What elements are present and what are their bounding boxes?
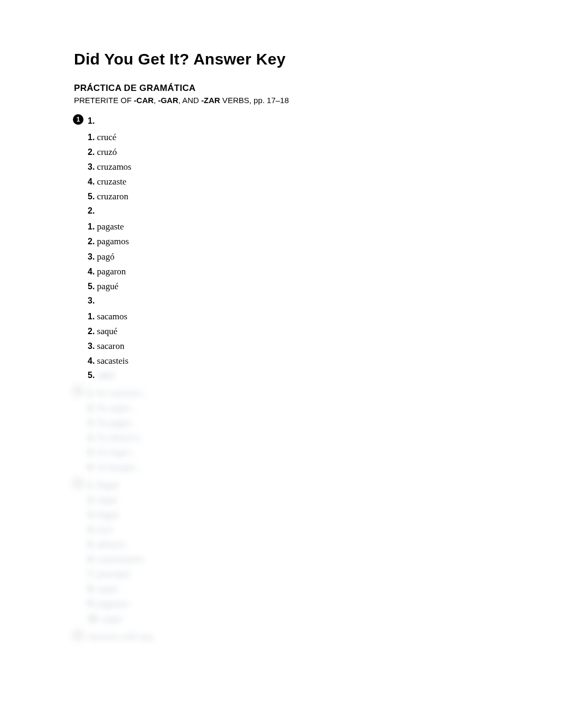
answer-num: 1.: [88, 312, 95, 321]
answer-line: 4. pagaron: [88, 264, 487, 279]
section-heading: PRÁCTICA DE GRAMÁTICA: [74, 83, 487, 94]
answer-num: 5.: [88, 282, 95, 291]
answer-text: pagamos: [97, 236, 129, 246]
exercise-3: 3 1. llegué 2. saqué 3. Pagué 4. tocó 5.…: [74, 478, 487, 626]
answer-num: 2.: [88, 327, 95, 336]
answer-line: 5. almorcé: [88, 537, 487, 552]
group-header: 2.: [88, 204, 487, 218]
answer-num: 3.: [88, 162, 95, 171]
answer-line: 1. Yo comencé...: [88, 386, 487, 401]
exercise-badge-1: 1: [73, 114, 83, 125]
answer-line: 1. llegué: [88, 478, 487, 493]
answer-num: 4.: [88, 177, 95, 186]
answer-text: sacaron: [97, 341, 125, 351]
answer-line: 3. Pagué: [88, 508, 487, 522]
answer-text: cruzaron: [97, 191, 128, 201]
answer-line: 5. Yo toqué...: [88, 445, 487, 460]
answer-text: pagaste: [97, 222, 124, 232]
answer-text: cruzaste: [97, 177, 127, 187]
answer-line: 1. crucé: [88, 130, 487, 145]
answer-line: 2. saqué: [88, 493, 487, 508]
exercise-badge-2: 2: [73, 386, 83, 397]
answer-line: 2. Yo saqué...: [88, 401, 487, 416]
desc-bold-car: -CAR: [134, 96, 154, 105]
answer-num: 4.: [88, 356, 95, 365]
answer-line: 4. Yo almorcé...: [88, 430, 487, 445]
answer-text: crucé: [97, 132, 117, 142]
desc-prefix: PRETERITE OF: [74, 96, 134, 105]
answer-line: 3. pagó: [88, 250, 487, 264]
answer-line: 5. cruzaron: [88, 189, 487, 204]
answer-line-partial: 5.sacó: [88, 368, 487, 382]
blurred-answer: sacó: [98, 368, 113, 382]
section-description: PRETERITE OF -CAR, -GAR, AND -ZAR VERBS,…: [74, 96, 487, 105]
answer-line: 8. saqué: [88, 582, 487, 596]
answer-line: 5. pagué: [88, 279, 487, 294]
answer-line: 2. saqué: [88, 324, 487, 339]
answer-num: 5.: [88, 192, 95, 201]
answer-line: 9. pagamos: [88, 596, 487, 611]
answer-num: 2.: [88, 148, 95, 156]
answer-line: 1. pagaste: [88, 219, 487, 234]
answer-line: 6. Yo busqué...: [88, 460, 487, 475]
answer-num: 2.: [88, 237, 95, 246]
desc-bold-gar: -GAR: [158, 96, 178, 105]
answer-line: 4. cruzaste: [88, 174, 487, 189]
answer-text: sacamos: [97, 311, 128, 321]
answer-line: 1. sacamos: [88, 309, 487, 324]
answer-line: 6. comenzamos: [88, 552, 487, 567]
desc-bold-zar: -ZAR: [201, 96, 220, 105]
answer-text: pagaron: [97, 266, 126, 277]
desc-sep2: , AND: [179, 96, 201, 105]
answer-line: 2. pagamos: [88, 234, 487, 249]
answer-line: 4. sacasteis: [88, 354, 487, 368]
desc-sep1: ,: [154, 96, 158, 105]
answer-line: Answers will vary.: [88, 630, 487, 644]
exercise-badge-4: 4: [73, 630, 83, 640]
answer-line: 2. cruzó: [88, 145, 487, 160]
blurred-hidden-content: 2 1. Yo comencé... 2. Yo saqué... 3. Yo …: [74, 386, 487, 644]
answer-num: 3.: [88, 252, 95, 261]
exercise-1: 1 1. 1. crucé 2. cruzó 3. cruzamos 4. cr…: [74, 114, 487, 383]
answer-text: cruzó: [97, 147, 117, 157]
page-title: Did You Get It? Answer Key: [74, 50, 487, 68]
answer-num: 1.: [88, 222, 95, 231]
exercise-4: 4 Answers will vary.: [74, 630, 487, 644]
answer-line: 3. sacaron: [88, 339, 487, 354]
answer-line: 7. practiqué: [88, 567, 487, 582]
answer-line: 3. Yo pagué...: [88, 416, 487, 430]
answer-text: saqué: [97, 326, 118, 336]
answer-line: 10. saqué: [88, 612, 487, 626]
answer-text: cruzamos: [97, 162, 132, 172]
answer-num: 1.: [88, 133, 95, 142]
exercise-2: 2 1. Yo comencé... 2. Yo saqué... 3. Yo …: [74, 386, 487, 475]
group-header: 1.: [88, 114, 487, 128]
answer-num: 3.: [88, 342, 95, 351]
answer-text: pagó: [97, 252, 115, 262]
answer-text: pagué: [97, 281, 119, 291]
answer-line: 4. tocó: [88, 522, 487, 537]
answer-line: 3. cruzamos: [88, 160, 487, 174]
answer-num: 5.: [88, 371, 95, 380]
exercise-badge-3: 3: [73, 478, 83, 489]
answer-text: sacasteis: [97, 356, 128, 366]
answer-num: 4.: [88, 267, 95, 276]
desc-suffix: VERBS, pp. 17–18: [220, 96, 289, 105]
group-header: 3.: [88, 294, 487, 308]
